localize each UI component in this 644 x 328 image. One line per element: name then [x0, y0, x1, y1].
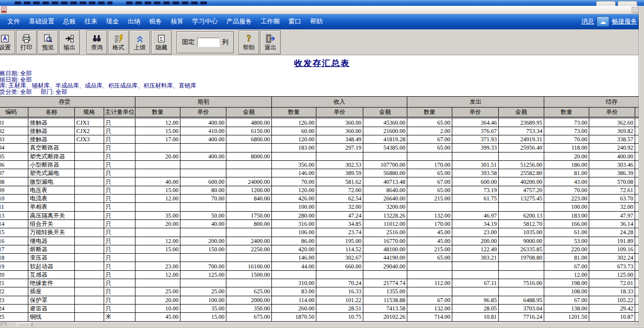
table-cell[interactable]: 63.70: [589, 195, 635, 203]
table-cell[interactable]: 67.11: [452, 279, 499, 287]
table-cell[interactable]: 019: [0, 262, 28, 270]
table-cell[interactable]: 400.00: [180, 152, 226, 160]
menu-item-cashier[interactable]: 出纳: [123, 17, 145, 26]
table-cell[interactable]: 12.00: [135, 237, 180, 245]
table-cell[interactable]: [135, 169, 180, 177]
table-cell[interactable]: 6488.95: [499, 296, 544, 304]
table-cell[interactable]: 302.24: [589, 254, 635, 262]
table-cell[interactable]: 215.00: [407, 195, 452, 203]
menu-item-tax[interactable]: 税务: [145, 17, 166, 26]
table-cell[interactable]: [316, 152, 363, 160]
table-cell[interactable]: 9000.00: [499, 237, 544, 245]
table-cell[interactable]: [226, 203, 272, 211]
table-cell[interactable]: 12.00: [544, 270, 589, 279]
table-cell[interactable]: [452, 262, 499, 270]
column-header[interactable]: 金额: [363, 108, 407, 118]
table-cell[interactable]: [75, 211, 104, 219]
table-cell[interactable]: 19708.80: [499, 254, 544, 262]
table-cell[interactable]: 软起动器: [28, 262, 75, 270]
table-cell[interactable]: CJX2: [75, 127, 104, 135]
help-button[interactable]: ?帮助: [239, 30, 259, 54]
column-header[interactable]: 主计量单位: [104, 108, 135, 118]
table-cell[interactable]: 73.19: [452, 186, 499, 194]
table-cell[interactable]: [135, 203, 180, 211]
table-cell[interactable]: 70.00: [180, 195, 226, 203]
table-cell[interactable]: 8640.00: [363, 186, 407, 194]
table-cell[interactable]: 386.39: [589, 169, 635, 177]
table-cell[interactable]: 120.00: [272, 186, 316, 194]
table-cell[interactable]: 200.00: [452, 237, 499, 245]
table-cell[interactable]: [180, 160, 226, 169]
table-cell[interactable]: 21600.00: [363, 127, 407, 135]
table-cell[interactable]: 166.00: [544, 219, 589, 228]
table-cell[interactable]: 146.00: [272, 169, 316, 177]
table-cell[interactable]: 17.00: [135, 135, 180, 143]
table-cell[interactable]: [226, 254, 272, 262]
column-header[interactable]: 金额: [499, 108, 544, 118]
table-cell[interactable]: CJX3: [75, 135, 104, 143]
table-cell[interactable]: 132.00: [407, 304, 452, 312]
table-cell[interactable]: 170.00: [407, 219, 452, 228]
menu-item-window[interactable]: 窗口: [284, 17, 306, 26]
table-cell[interactable]: 360.00: [316, 118, 363, 127]
table-cell[interactable]: 接触器: [28, 135, 75, 143]
table-cell[interactable]: [226, 160, 272, 169]
menu-item-general-ledger[interactable]: 总账: [59, 17, 80, 26]
table-cell[interactable]: 43.00: [544, 177, 589, 186]
table-cell[interactable]: 10.00: [135, 304, 180, 312]
table-cell[interactable]: 15.00: [180, 313, 226, 321]
table-cell[interactable]: 350.00: [226, 304, 272, 312]
table-cell[interactable]: 2516.00: [363, 228, 407, 237]
table-cell[interactable]: 29.42: [589, 304, 635, 312]
table-cell[interactable]: 避雷器: [28, 304, 75, 312]
table-cell[interactable]: [180, 279, 226, 287]
table-cell[interactable]: 280.00: [272, 211, 316, 219]
table-cell[interactable]: 塑壳式漏电: [28, 169, 75, 177]
table-cell[interactable]: 675.00: [226, 313, 272, 321]
table-cell[interactable]: 109.16: [589, 245, 635, 253]
table-cell[interactable]: 3200.00: [363, 203, 407, 211]
menu-item-product-services[interactable]: 产品服务: [222, 17, 256, 26]
table-cell[interactable]: 单相表: [28, 203, 75, 211]
table-cell[interactable]: 107700.00: [363, 160, 407, 169]
table-cell[interactable]: 015: [0, 228, 28, 237]
table-cell[interactable]: 67.00: [407, 135, 452, 143]
table-cell[interactable]: 11538.88: [363, 296, 407, 304]
table-cell[interactable]: 16100.00: [226, 262, 272, 270]
table-cell[interactable]: 67.00: [544, 262, 589, 270]
table-cell[interactable]: 只: [104, 296, 135, 304]
settings-button[interactable]: A设置: [0, 30, 15, 54]
table-cell[interactable]: 只: [104, 287, 135, 296]
table-cell[interactable]: 183.00: [544, 211, 589, 219]
table-cell[interactable]: 70.00: [544, 135, 589, 143]
table-cell[interactable]: 53.00: [544, 237, 589, 245]
table-cell[interactable]: 362.60: [589, 118, 635, 127]
table-cell[interactable]: 只: [104, 245, 135, 253]
table-cell[interactable]: [75, 219, 104, 228]
table-cell[interactable]: [363, 270, 407, 279]
table-cell[interactable]: 426.00: [272, 195, 316, 203]
table-cell[interactable]: 45.00: [407, 237, 452, 245]
table-cell[interactable]: 389.59: [316, 169, 363, 177]
menu-item-cash[interactable]: 现金: [102, 17, 123, 26]
table-cell[interactable]: [180, 254, 226, 262]
table-cell[interactable]: 62.54: [316, 195, 363, 203]
table-cell[interactable]: 45.00: [407, 228, 452, 237]
table-cell[interactable]: [75, 313, 104, 321]
table-cell[interactable]: 021: [0, 279, 28, 287]
table-cell[interactable]: 10.75: [316, 313, 363, 321]
table-cell[interactable]: 60.00: [272, 127, 316, 135]
table-cell[interactable]: 625.00: [226, 287, 272, 296]
menu-item-file[interactable]: 文件: [3, 17, 24, 26]
table-cell[interactable]: 200.00: [180, 237, 226, 245]
menu-item-help[interactable]: 帮助: [306, 17, 327, 26]
table-cell[interactable]: 10.87: [589, 313, 635, 321]
export-button[interactable]: 输出: [59, 30, 80, 54]
table-cell[interactable]: 34.85: [316, 219, 363, 228]
table-cell[interactable]: 21774.74: [363, 279, 407, 287]
table-cell[interactable]: 673.73: [589, 262, 635, 270]
menu-item-basic-settings[interactable]: 基础设置: [24, 17, 59, 26]
table-cell[interactable]: 25582.80: [499, 169, 544, 177]
table-cell[interactable]: 191.89: [589, 237, 635, 245]
column-header[interactable]: 单价: [452, 108, 499, 118]
